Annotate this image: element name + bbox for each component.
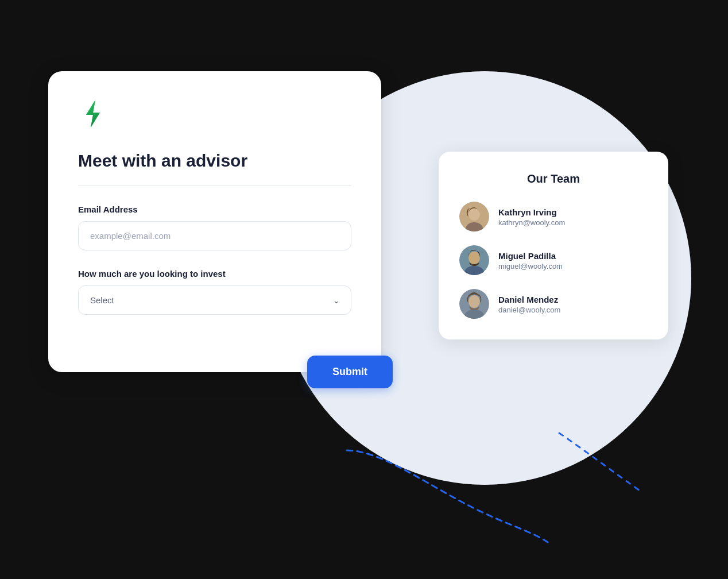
member-email-3: daniel@wooly.com [498,306,560,314]
svg-point-7 [468,295,480,308]
member-email-1: kathryn@wooly.com [498,218,565,227]
form-title: Meet with an advisor [78,149,351,172]
member-info-3: Daniel Mendez daniel@wooly.com [498,294,560,314]
form-divider [78,186,351,186]
email-label: Email Address [78,204,351,214]
member-name-2: Miguel Padilla [498,250,563,262]
team-title: Our Team [459,172,648,186]
invest-select-wrapper: Select $0 - $10,000 $10,000 - $50,000 $5… [78,285,351,315]
team-member-2: Miguel Padilla miguel@wooly.com [459,245,648,275]
company-logo [78,99,108,129]
svg-point-3 [468,208,480,221]
avatar-miguel [459,245,489,275]
dashed-dots-decoration [553,427,645,496]
member-name-3: Daniel Mendez [498,294,560,306]
form-card: Meet with an advisor Email Address How m… [48,71,381,372]
invest-select[interactable]: Select $0 - $10,000 $10,000 - $50,000 $5… [78,285,351,315]
team-card: Our Team Kathryn Irving kathryn@wooly.co… [439,152,668,339]
svg-marker-1 [86,100,100,128]
svg-point-5 [468,252,480,264]
team-member-3: Daniel Mendez daniel@wooly.com [459,289,648,319]
team-member-1: Kathryn Irving kathryn@wooly.com [459,202,648,231]
avatar-kathryn [459,202,489,231]
submit-button[interactable]: Submit [307,356,393,388]
invest-label: How much are you looking to invest [78,269,351,279]
member-info-2: Miguel Padilla miguel@wooly.com [498,250,563,271]
submit-button-wrap: Submit [307,356,393,388]
member-email-2: miguel@wooly.com [498,262,563,271]
member-info-1: Kathryn Irving kathryn@wooly.com [498,206,565,227]
avatar-daniel [459,289,489,319]
email-input[interactable] [78,221,351,250]
member-name-1: Kathryn Irving [498,206,565,218]
